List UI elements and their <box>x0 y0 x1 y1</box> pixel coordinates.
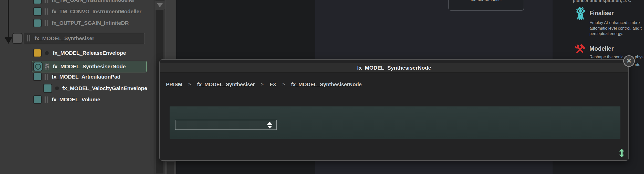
tree-item-volume[interactable]: fx_MODEL_Volume <box>0 94 154 105</box>
hammer-wrench-icon <box>574 43 586 56</box>
drop-indicator-arrowhead-icon <box>4 37 13 44</box>
tooltip-box: the performance. <box>448 0 524 11</box>
drag-handle-icon[interactable] <box>45 0 48 3</box>
breadcrumb-item-synthesiser-node[interactable]: fx_MODEL_SynthesiserNode <box>291 82 362 88</box>
tree-item-label: fx_MODEL_ArticulationPad <box>52 74 120 80</box>
preset-dropdown[interactable] <box>175 120 277 130</box>
color-swatch[interactable]: ! <box>33 62 43 71</box>
node-editor-dialog: fx_MODEL_SynthesiserNode PRISM > fx_MODE… <box>159 59 629 161</box>
card-description-finaliser: Employ AI-enhanced timbre automatic leve… <box>589 20 642 37</box>
breadcrumb: PRISM > fx_MODEL_Synthesiser > FX > fx_M… <box>166 80 362 89</box>
drag-handle-icon[interactable] <box>45 20 48 26</box>
resize-vertical-icon[interactable] <box>618 148 625 158</box>
drag-handle-with-badge[interactable]: S <box>45 63 50 70</box>
tree-item-release-envelope[interactable]: fx_MODEL_ReleaseEnvelope <box>0 47 154 59</box>
tree-item-velocity-gain-envelope[interactable]: fx_MODEL_VelocityGainEnvelope <box>0 83 154 94</box>
bullet-dot-icon <box>55 86 59 90</box>
tree-item-synthesiser-group[interactable]: fx_MODEL_Synthesiser <box>0 32 154 44</box>
drag-handle-icon[interactable] <box>27 35 30 41</box>
color-swatch[interactable] <box>33 0 42 4</box>
close-icon: ✕ <box>626 57 632 64</box>
color-swatch[interactable] <box>33 49 42 57</box>
tree-item-gain[interactable]: fx_TM_GAIN_InstrumentModeller <box>0 0 154 6</box>
node-header-row: fx_MODEL_SynthesiserNode ✕ <box>160 93 628 106</box>
breadcrumb-item-prism[interactable]: PRISM <box>166 82 182 88</box>
breadcrumb-separator: > <box>188 82 191 87</box>
tree-item-articulation-pad[interactable]: fx_MODEL_ArticulationPad <box>0 71 154 82</box>
tree-item-label: fx_MODEL_VelocityGainEnvelope <box>62 85 147 91</box>
color-swatch[interactable] <box>12 33 23 44</box>
breadcrumb-item-fx[interactable]: FX <box>270 82 276 88</box>
drag-handle-icon[interactable] <box>45 74 48 80</box>
tree-item-label: fx_TM_GAIN_InstrumentModeller <box>52 0 135 3</box>
scrollbar-track[interactable] <box>167 162 174 174</box>
drop-indicator-arrow <box>8 0 9 37</box>
dialog-titlebar[interactable]: fx_MODEL_SynthesiserNode <box>160 63 628 73</box>
info-text-fragment: pioneer and inspiration, J. C <box>573 0 631 3</box>
warning-icon: ! <box>35 64 41 70</box>
tree-item-output[interactable]: fx_OUTPUT_SGAIN_InfiniteDR <box>0 17 154 29</box>
bullet-dot-icon <box>45 51 49 55</box>
spinner-arrows-icon <box>267 122 272 128</box>
drag-handle-icon[interactable] <box>45 8 48 15</box>
color-swatch[interactable] <box>33 19 42 27</box>
node-body-panel <box>170 106 620 139</box>
card-description-modeller-line2: nts <box>635 62 640 68</box>
fx-tree-panel: fx_TM_GAIN_InstrumentModeller fx_TM_CONV… <box>0 0 154 174</box>
dialog-close-button[interactable]: ✕ <box>623 55 635 67</box>
tree-item-label: fx_TM_CONVO_InstrumentModeller <box>52 8 141 15</box>
breadcrumb-separator: > <box>261 82 264 87</box>
card-title-finaliser[interactable]: Finaliser <box>589 10 614 17</box>
scroll-down-button[interactable] <box>155 1 165 10</box>
tree-item-label: fx_MODEL_Synthesiser <box>35 35 94 41</box>
group-name-box[interactable]: fx_MODEL_Synthesiser <box>24 33 145 44</box>
solo-badge: S <box>45 63 49 70</box>
chevron-down-icon <box>157 3 163 7</box>
award-rosette-icon <box>574 7 587 21</box>
tooltip-text: the performance. <box>471 0 502 10</box>
color-swatch[interactable] <box>43 84 52 93</box>
tree-item-synthesiser-node-selected[interactable]: ! S fx_MODEL_SynthesiserNode <box>32 61 147 72</box>
color-swatch[interactable] <box>33 72 42 81</box>
color-swatch[interactable] <box>33 7 42 16</box>
tree-item-label: fx_OUTPUT_SGAIN_InfiniteDR <box>52 20 129 26</box>
app-root: the performance. pioneer and inspiration… <box>0 0 644 174</box>
tree-item-label: fx_MODEL_Volume <box>52 96 100 103</box>
card-description-modeller-line1: Reshape the sonic <box>589 54 624 60</box>
breadcrumb-item-synthesiser[interactable]: fx_MODEL_Synthesiser <box>197 82 255 88</box>
drag-handle-icon[interactable] <box>45 96 48 103</box>
card-title-modeller[interactable]: Modeller <box>589 45 614 52</box>
dialog-title: fx_MODEL_SynthesiserNode <box>357 65 431 71</box>
tree-item-convo[interactable]: fx_TM_CONVO_InstrumentModeller <box>0 6 154 17</box>
color-swatch[interactable] <box>33 95 42 104</box>
card-description-modeller-fragment: phys <box>635 54 643 60</box>
tree-item-label: fx_MODEL_SynthesiserNode <box>53 63 126 70</box>
tree-item-label: fx_MODEL_ReleaseEnvelope <box>53 50 126 56</box>
breadcrumb-separator: > <box>282 82 285 87</box>
